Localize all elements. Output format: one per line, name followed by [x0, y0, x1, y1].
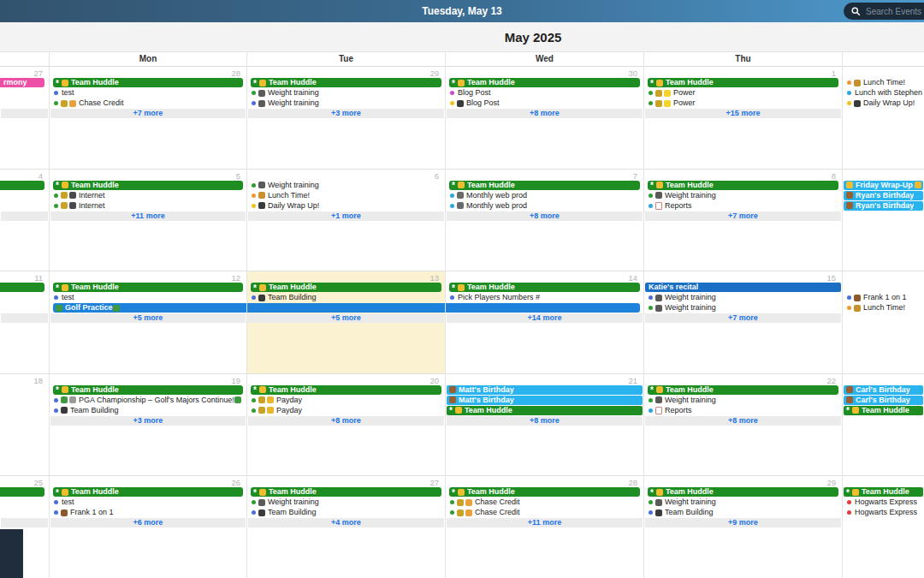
more-events-link[interactable]: +5 more [50, 313, 246, 323]
day-cell[interactable]: Frank 1 on 1Lunch Time! [843, 271, 924, 373]
event-item[interactable]: Power [649, 98, 840, 108]
event-item[interactable]: Lunch with Stephen [847, 88, 922, 98]
event-bar[interactable]: *Team Huddle [53, 487, 243, 497]
event-bar[interactable] [0, 181, 44, 190]
more-events-link[interactable]: +11 more [447, 518, 643, 527]
more-events-link[interactable] [1, 212, 48, 221]
event-item[interactable]: Team Building [252, 508, 443, 517]
day-cell[interactable]: Friday Wrap-Up & Wins!Ryan's BirthdayRya… [843, 170, 924, 271]
event-bar[interactable]: *Team Huddle [844, 487, 923, 497]
event-item[interactable]: Lunch Time! [847, 303, 922, 313]
event-item[interactable]: Lunch Time! [847, 78, 922, 87]
day-cell[interactable]: 11 [0, 271, 50, 373]
day-cell[interactable]: 19*Team HuddlePGA Championship – Golf's … [50, 374, 247, 476]
event-bar[interactable] [446, 303, 640, 313]
day-cell[interactable]: Lunch Time!Lunch with StephenDaily Wrap … [843, 67, 924, 169]
event-bar[interactable]: *Team Huddle [53, 181, 243, 190]
more-events-link[interactable]: +8 more [447, 416, 643, 426]
day-cell[interactable]: 26*Team HuddletestFrank 1 on 1+6 more [50, 476, 247, 578]
event-bar[interactable]: Ryan's Birthday [844, 201, 923, 211]
event-item[interactable]: Blog Post [450, 88, 642, 98]
event-item[interactable]: Hogwarts Express [847, 508, 922, 517]
day-cell[interactable]: 7*Team HuddleMonthly web prodMonthly web… [446, 170, 644, 271]
day-cell[interactable]: 4 [0, 170, 50, 271]
event-bar[interactable]: Carl's Birthday [844, 385, 923, 395]
more-events-link[interactable] [1, 518, 48, 527]
event-item[interactable]: Weight training [649, 293, 840, 302]
event-item[interactable]: Weight training [649, 498, 840, 507]
event-item[interactable]: Weight training [252, 98, 443, 108]
event-bar[interactable]: *Team Huddle [251, 283, 441, 292]
day-cell[interactable]: 20*Team HuddlePaydayPayday+8 more [247, 374, 446, 476]
event-item[interactable]: Hogwarts Express [847, 498, 922, 507]
event-bar[interactable] [0, 283, 44, 292]
event-bar[interactable]: *Team Huddle [648, 487, 838, 497]
event-item[interactable]: Weight training [252, 181, 443, 190]
event-bar[interactable]: *Team Huddle [844, 406, 923, 415]
event-item[interactable]: Monthly web prod [450, 191, 642, 200]
more-events-link[interactable]: +15 more [645, 109, 841, 118]
event-item[interactable]: Lunch Time! [252, 191, 443, 200]
event-bar[interactable]: Carl's Birthday [844, 396, 923, 405]
event-item[interactable]: Pick Players Numbers # [450, 293, 642, 302]
event-bar[interactable]: *Team Huddle [449, 283, 640, 292]
event-item[interactable]: Team Building [252, 293, 443, 302]
event-bar[interactable]: *Team Huddle [449, 487, 640, 497]
event-item[interactable]: Daily Wrap Up! [252, 201, 443, 211]
event-item[interactable]: Weight training [649, 303, 840, 313]
event-item[interactable]: Reports [649, 406, 840, 415]
event-bar[interactable]: *Team Huddle [251, 487, 441, 497]
event-bar[interactable]: *Team Huddle [53, 78, 243, 87]
event-item[interactable]: Team Building [649, 508, 840, 517]
event-item[interactable]: Weight training [649, 396, 840, 405]
event-item[interactable]: Internet [54, 201, 245, 211]
event-item[interactable]: Power [649, 88, 840, 98]
event-item[interactable]: Weight training [252, 88, 443, 98]
event-item[interactable]: Weight training [252, 498, 443, 507]
event-item[interactable]: Frank 1 on 1 [847, 293, 922, 302]
event-item[interactable]: Monthly web prod [450, 201, 642, 211]
event-item[interactable]: Payday [252, 406, 443, 415]
event-item[interactable]: test [54, 498, 245, 507]
more-events-link[interactable]: +7 more [50, 109, 246, 118]
more-events-link[interactable]: +8 more [645, 416, 841, 426]
event-item[interactable]: Payday [252, 396, 443, 405]
event-item[interactable]: Chase Credit [450, 498, 642, 507]
day-cell[interactable]: 5*Team HuddleInternetInternet+11 more [50, 170, 247, 271]
event-bar[interactable]: Matt's Birthday [447, 396, 643, 405]
event-bar[interactable]: *Team Huddle [53, 385, 243, 395]
more-events-link[interactable] [1, 313, 48, 323]
event-bar[interactable]: Matt's Birthday [447, 385, 643, 395]
event-item[interactable]: PGA Championship – Golf's Majors Continu… [54, 396, 245, 405]
event-bar[interactable]: Ryan's Birthday [844, 191, 923, 200]
event-item[interactable]: test [54, 293, 245, 302]
event-item[interactable]: Chase Credit [450, 508, 642, 517]
event-bar[interactable] [247, 303, 445, 313]
more-events-link[interactable]: +7 more [645, 313, 841, 323]
more-events-link[interactable]: +8 more [447, 212, 643, 221]
event-bar[interactable]: *Team Huddle [648, 385, 838, 395]
event-bar[interactable]: Katie's recital [645, 283, 841, 292]
event-item[interactable]: Blog Post [450, 98, 642, 108]
day-cell[interactable]: 6Weight trainingLunch Time!Daily Wrap Up… [247, 170, 446, 271]
event-bar[interactable]: Friday Wrap-Up & Wins! [844, 181, 923, 190]
event-bar[interactable]: *Team Huddle [251, 78, 441, 87]
more-events-link[interactable]: +8 more [447, 109, 643, 118]
day-cell[interactable]: 15Katie's recitalWeight trainingWeight t… [644, 271, 843, 373]
day-cell[interactable]: 18 [0, 374, 50, 476]
day-cell[interactable]: 28*Team HuddleChase CreditChase Credit+1… [446, 476, 644, 578]
more-events-link[interactable]: +14 more [447, 313, 643, 323]
event-bar[interactable]: *Team Huddle [648, 181, 838, 190]
event-item[interactable]: test [54, 88, 245, 98]
search-box[interactable] [844, 3, 924, 20]
day-cell[interactable]: 13*Team HuddleTeam Building+5 more [247, 271, 446, 373]
more-events-link[interactable]: +4 more [248, 518, 444, 527]
event-item[interactable]: Chase Credit [54, 98, 245, 108]
more-events-link[interactable]: +9 more [645, 518, 841, 527]
more-events-link[interactable]: +1 more [248, 212, 444, 221]
event-item[interactable]: Daily Wrap Up! [847, 98, 922, 108]
more-events-link[interactable]: +11 more [50, 212, 246, 221]
day-cell[interactable]: 22*Team HuddleWeight trainingReports+8 m… [644, 374, 843, 476]
event-bar[interactable] [0, 487, 44, 497]
more-events-link[interactable]: +3 more [248, 109, 444, 118]
